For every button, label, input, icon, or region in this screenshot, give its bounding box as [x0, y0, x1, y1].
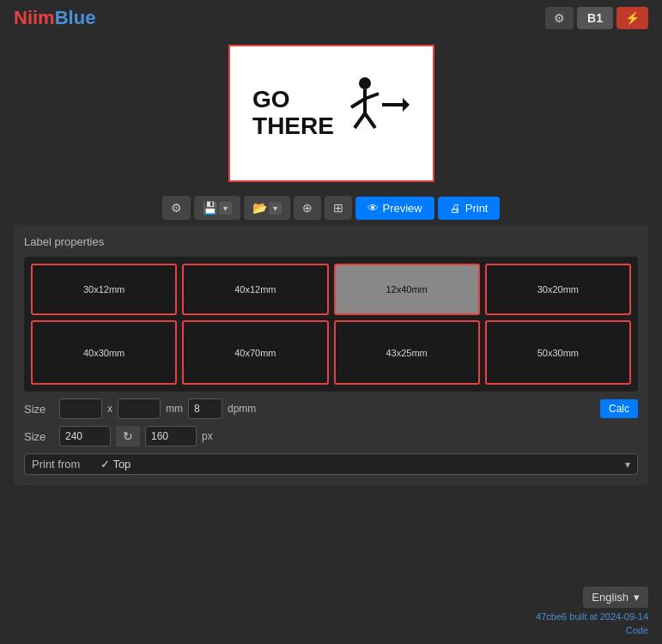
preview-content: GO THERE	[252, 75, 410, 152]
settings-tool-button[interactable]: ⚙	[162, 196, 191, 220]
preview-label: Preview	[383, 202, 422, 215]
logo: NiimBlue	[14, 7, 95, 29]
header-buttons: ⚙ B1 ⚡	[545, 7, 648, 29]
build-date: built at 2024-09-14	[569, 611, 648, 622]
size-width-input[interactable]	[59, 398, 102, 419]
mm-label: mm	[166, 403, 183, 415]
dpmm-label: dpmm	[228, 403, 256, 415]
save-button[interactable]: 💾 ▾	[194, 196, 240, 220]
toolbar: ⚙ 💾 ▾ 📂 ▾ ⊕ ⊞ 👁 Preview 🖨 Print	[0, 191, 662, 225]
label-item-50x30[interactable]: 50x30mm	[485, 320, 631, 385]
settings-tool-icon: ⚙	[171, 201, 182, 215]
size-label-1: Size	[24, 403, 54, 416]
plug-icon: ⚡	[625, 11, 640, 25]
px-label: px	[202, 430, 213, 442]
svg-line-5	[365, 113, 375, 128]
logo-nim: Niim	[14, 7, 55, 28]
save-arrow-icon[interactable]: ▾	[219, 202, 232, 215]
folder-arrow-icon[interactable]: ▾	[269, 202, 282, 215]
folder-icon: 📂	[252, 201, 267, 215]
dpmm-input[interactable]	[188, 398, 222, 419]
add-square-button[interactable]: ⊞	[325, 196, 352, 220]
plug-button[interactable]: ⚡	[616, 7, 648, 29]
walking-figure-icon	[341, 75, 410, 152]
preview-canvas: GO THERE	[228, 45, 434, 182]
label-grid-container[interactable]: 30x12mm 40x12mm 12x40mm 30x20mm 40x30mm …	[24, 257, 638, 392]
size-height-input[interactable]	[118, 398, 161, 419]
preview-eye-icon: 👁	[367, 202, 379, 215]
x-label: x	[107, 403, 112, 415]
label-item-40x12[interactable]: 40x12mm	[182, 264, 328, 315]
print-from-chevron-icon: ▾	[625, 459, 630, 471]
folder-button[interactable]: 📂 ▾	[244, 196, 290, 220]
print-from-label: Print from	[32, 458, 100, 471]
preview-button[interactable]: 👁 Preview	[355, 197, 434, 220]
print-icon: 🖨	[450, 202, 461, 215]
language-select-button[interactable]: English ▾	[583, 586, 648, 608]
language-label: English	[592, 591, 629, 604]
code-link[interactable]: Code	[626, 625, 648, 635]
save-icon: 💾	[203, 201, 217, 215]
version-text: 47cbe6 built at 2024-09-14	[536, 611, 648, 622]
footer: English ▾ 47cbe6 built at 2024-09-14 Cod…	[536, 586, 648, 635]
label-item-30x20[interactable]: 30x20mm	[485, 264, 631, 315]
print-label: Print	[465, 202, 489, 215]
print-button[interactable]: 🖨 Print	[438, 197, 501, 220]
panel-title: Label properties	[24, 235, 638, 248]
add-square-icon: ⊞	[333, 201, 343, 215]
print-from-value: ✓ Top	[100, 458, 131, 471]
svg-marker-7	[403, 98, 410, 112]
there-text: THERE	[252, 113, 334, 140]
code-link-container: Code	[536, 625, 648, 635]
label-item-43x25[interactable]: 43x25mm	[334, 320, 480, 385]
svg-line-4	[355, 113, 365, 128]
size-px-height-input[interactable]	[145, 426, 197, 447]
print-from-select[interactable]: ✓ Top	[100, 458, 625, 471]
label-item-30x12[interactable]: 30x12mm	[31, 264, 177, 315]
size-row-2: Size ↻ px	[24, 426, 638, 447]
label-item-12x40[interactable]: 12x40mm	[334, 264, 480, 315]
commit-hash: 47cbe6	[536, 611, 567, 622]
logo-blue: Blue	[55, 7, 96, 28]
svg-line-2	[351, 99, 365, 107]
svg-line-3	[365, 94, 379, 99]
label-item-40x70[interactable]: 40x70mm	[182, 320, 328, 385]
svg-point-0	[359, 77, 371, 89]
preview-area: GO THERE	[0, 45, 662, 182]
language-arrow-icon: ▾	[634, 591, 640, 604]
go-there-text: GO THERE	[252, 87, 334, 140]
refresh-button[interactable]: ↻	[116, 426, 140, 447]
settings-header-button[interactable]: ⚙	[545, 7, 574, 29]
add-circle-icon: ⊕	[302, 201, 313, 215]
go-text: GO	[252, 87, 334, 113]
size-px-width-input[interactable]	[59, 426, 111, 447]
header: NiimBlue ⚙ B1 ⚡	[0, 0, 662, 36]
label-item-40x30[interactable]: 40x30mm	[31, 320, 177, 385]
calc-button[interactable]: Calc	[600, 399, 638, 418]
add-circle-button[interactable]: ⊕	[294, 196, 321, 220]
label-properties-panel: Label properties 30x12mm 40x12mm 12x40mm…	[14, 225, 648, 485]
label-grid: 30x12mm 40x12mm 12x40mm 30x20mm 40x30mm …	[31, 264, 631, 385]
version-link[interactable]: 47cbe6 built at 2024-09-14	[536, 611, 648, 622]
size-label-2: Size	[24, 430, 54, 443]
size-row-1: Size x mm dpmm Calc	[24, 398, 638, 419]
print-from-row[interactable]: Print from ✓ Top ▾	[24, 453, 638, 475]
b1-button[interactable]: B1	[577, 7, 613, 29]
